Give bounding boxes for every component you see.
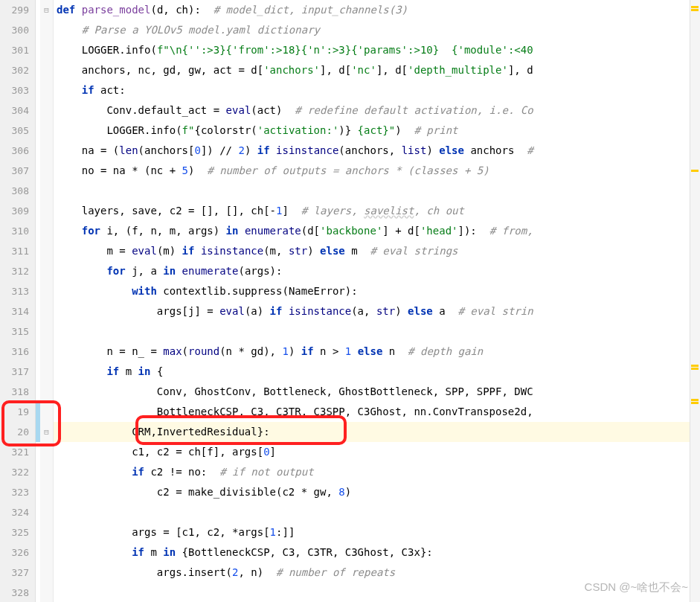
code-line[interactable]	[54, 181, 700, 201]
line-number: 317	[3, 362, 29, 382]
code-line[interactable]: Conv, GhostConv, Bottleneck, GhostBottle…	[54, 382, 700, 402]
line-number: 310	[3, 221, 29, 241]
line-number: 313	[3, 281, 29, 301]
line-number: 322	[3, 462, 29, 482]
line-number-gutter: 299 300 301 302 303 304 305 306 307 308 …	[0, 0, 36, 602]
line-number: 326	[3, 542, 29, 563]
code-line[interactable]: for j, a in enumerate(args):	[54, 261, 700, 281]
line-number: 306	[3, 141, 29, 161]
fold-icon[interactable]: ⊟	[40, 0, 53, 20]
code-line[interactable]: with contextlib.suppress(NameError):	[54, 281, 700, 301]
line-number: 318	[3, 382, 29, 402]
code-line[interactable]: if m in {	[54, 362, 700, 382]
code-line[interactable]: no = na * (nc + 5) # number of outputs =…	[54, 161, 700, 181]
line-number: 316	[3, 342, 29, 362]
line-number: 315	[3, 321, 29, 342]
minimap-scrollbar[interactable]	[690, 0, 700, 602]
line-number: 307	[3, 161, 29, 181]
code-line[interactable]: if m in {BottleneckCSP, C3, C3TR, C3Ghos…	[54, 542, 700, 563]
code-line[interactable]: args.insert(2, n) # number of repeats	[54, 563, 700, 583]
code-line[interactable]: n = n_ = max(round(n * gd), 1) if n > 1 …	[54, 342, 700, 362]
line-number: 314	[3, 301, 29, 321]
code-line[interactable]: LOGGER.info(f"\n{'':>3}{'from':>18}{'n':…	[54, 40, 700, 60]
code-area[interactable]: def parse_model(d, ch): # model_dict, in…	[54, 0, 700, 602]
line-number: 305	[3, 121, 29, 141]
code-line[interactable]: args = [c1, c2, *args[1:]]	[54, 522, 700, 542]
minimap-marker[interactable]	[691, 9, 699, 11]
line-number: 302	[3, 60, 29, 80]
code-line[interactable]: # Parse a YOLOv5 model.yaml dictionary	[54, 20, 700, 40]
code-line[interactable]: Conv.default_act = eval(act) # redefine …	[54, 100, 700, 121]
code-line[interactable]	[54, 321, 700, 342]
line-number: 20	[3, 422, 29, 442]
code-line[interactable]: if c2 != no: # if not output	[54, 462, 700, 482]
line-number: 303	[3, 80, 29, 100]
code-line[interactable]: def parse_model(d, ch): # model_dict, in…	[54, 0, 700, 20]
minimap-marker[interactable]	[691, 170, 699, 172]
fold-icon[interactable]: ⊟	[40, 422, 53, 442]
code-line[interactable]: na = (len(anchors[0]) // 2) if isinstanc…	[54, 141, 700, 161]
code-line[interactable]: args[j] = eval(a) if isinstance(a, str) …	[54, 301, 700, 321]
line-number: 328	[3, 583, 29, 602]
line-number: 19	[3, 402, 29, 422]
line-number: 312	[3, 261, 29, 281]
code-line[interactable]: BottleneckCSP, C3, C3TR, C3SPP, C3Ghost,…	[54, 402, 700, 422]
line-number: 299	[3, 0, 29, 20]
code-line[interactable]: c2 = make_divisible(c2 * gw, 8)	[54, 482, 700, 502]
code-editor[interactable]: 299 300 301 302 303 304 305 306 307 308 …	[0, 0, 700, 602]
line-number: 327	[3, 563, 29, 583]
line-number: 321	[3, 442, 29, 462]
code-line-highlighted[interactable]: CRM,InvertedResidual}:	[54, 422, 700, 442]
code-line[interactable]: anchors, nc, gd, gw, act = d['anchors'],…	[54, 60, 700, 80]
line-number: 323	[3, 482, 29, 502]
line-number: 325	[3, 522, 29, 542]
code-line[interactable]	[54, 502, 700, 522]
code-line[interactable]: c1, c2 = ch[f], args[0]	[54, 442, 700, 462]
line-number: 309	[3, 201, 29, 221]
code-line[interactable]: layers, save, c2 = [], [], ch[-1] # laye…	[54, 201, 700, 221]
minimap-marker[interactable]	[691, 368, 699, 370]
line-number: 308	[3, 181, 29, 201]
line-number: 324	[3, 502, 29, 522]
line-number: 304	[3, 100, 29, 121]
line-number: 300	[3, 20, 29, 40]
code-line[interactable]: for i, (f, n, m, args) in enumerate(d['b…	[54, 221, 700, 241]
minimap-marker[interactable]	[691, 365, 699, 367]
code-line[interactable]: if act:	[54, 80, 700, 100]
minimap-marker[interactable]	[691, 399, 699, 401]
minimap-marker[interactable]	[691, 6, 699, 8]
code-line[interactable]: m = eval(m) if isinstance(m, str) else m…	[54, 241, 700, 261]
code-line[interactable]: LOGGER.info(f"{colorstr('activation:')} …	[54, 121, 700, 141]
minimap-marker[interactable]	[691, 402, 699, 404]
fold-column: ⊟ ⊟	[40, 0, 54, 602]
line-number: 301	[3, 40, 29, 60]
line-number: 311	[3, 241, 29, 261]
watermark-text: CSDN @~啥也不会~	[585, 580, 688, 595]
